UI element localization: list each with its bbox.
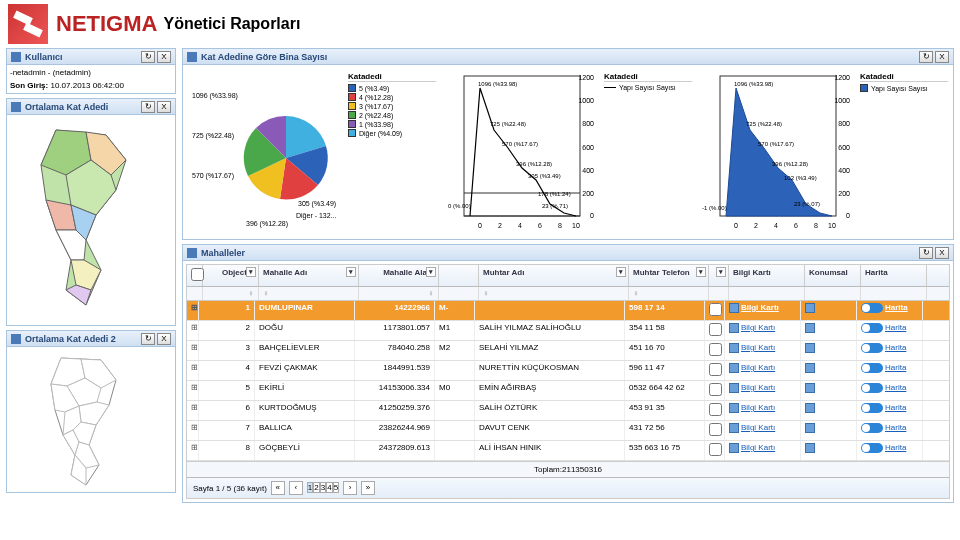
map-link[interactable]: Harita [885,303,908,312]
chevron-down-icon[interactable]: ▾ [716,267,726,277]
filter-objectid[interactable]: ♀ [203,287,259,300]
svg-text:0 (%.00): 0 (%.00) [448,203,471,209]
location-icon[interactable] [805,443,815,453]
chevron-down-icon[interactable]: ▾ [616,267,626,277]
col-konumsal[interactable]: Konumsal [805,265,861,286]
map-link[interactable]: Harita [885,343,906,352]
info-card-link[interactable]: Bilgi Kartı [741,323,775,332]
table-row[interactable]: ⊞5EKİRLİ14153006.334M0EMİN AĞIRBAŞ0532 6… [187,381,949,401]
map-link[interactable]: Harita [885,323,906,332]
map-toggle[interactable] [861,343,883,353]
svg-text:800: 800 [582,120,594,127]
info-card-link[interactable]: Bilgi Kartı [741,423,775,432]
cell-id: 1 [199,301,255,320]
refresh-button[interactable]: ↻ [919,51,933,63]
table-row[interactable]: ⊞2DOĞU1173801.057M1SALİH YILMAZ SALİHOĞL… [187,321,949,341]
row-checkbox[interactable] [709,323,722,336]
info-card-link[interactable]: Bilgi Kartı [741,403,775,412]
row-checkbox[interactable] [709,423,722,436]
close-button[interactable]: X [157,333,171,345]
close-button[interactable]: X [157,51,171,63]
svg-text:0: 0 [734,222,738,229]
map-link[interactable]: Harita [885,423,906,432]
pager-next[interactable]: › [343,481,357,495]
expand-icon[interactable]: ⊞ [187,321,199,340]
refresh-button[interactable]: ↻ [141,333,155,345]
chevron-down-icon[interactable]: ▾ [696,267,706,277]
expand-icon[interactable]: ⊞ [187,301,199,320]
close-button[interactable]: X [935,51,949,63]
location-icon[interactable] [805,363,815,373]
table-row[interactable]: ⊞6KURTDOĞMUŞ41250259.376SALİH ÖZTÜRK453 … [187,401,949,421]
row-checkbox[interactable] [709,343,722,356]
row-checkbox[interactable] [709,383,722,396]
col-mahalle-alani[interactable]: Mahalle Alanı▾ [359,265,439,286]
info-card-link[interactable]: Bilgi Kartı [741,343,775,352]
location-icon[interactable] [805,383,815,393]
filter-tel[interactable]: ♀ [629,287,709,300]
map-toggle[interactable] [861,443,883,453]
pager-last[interactable]: » [361,481,375,495]
pager-page[interactable]: 5 [333,482,339,493]
table-row[interactable]: ⊞4FEVZİ ÇAKMAK1844991.539NURETTİN KÜÇÜKO… [187,361,949,381]
expand-icon[interactable]: ⊞ [187,361,199,380]
col-muhtar-tel[interactable]: Muhtar Telefon▾ [629,265,709,286]
refresh-button[interactable]: ↻ [141,101,155,113]
svg-text:396 (%12.28): 396 (%12.28) [772,161,808,167]
table-row[interactable]: ⊞1DUMLUPINAR14222966M-598 17 14Bilgi Kar… [187,301,949,321]
map-toggle[interactable] [861,323,883,333]
location-icon[interactable] [805,403,815,413]
filter-area[interactable]: ♀ [359,287,439,300]
map-toggle[interactable] [861,363,883,373]
location-icon[interactable] [805,343,815,353]
cell-tel: 451 16 70 [625,341,705,360]
info-card-link[interactable]: Bilgi Kartı [741,363,775,372]
expand-icon[interactable]: ⊞ [187,381,199,400]
map-link[interactable]: Harita [885,403,906,412]
refresh-button[interactable]: ↻ [141,51,155,63]
location-icon[interactable] [805,303,815,313]
close-button[interactable]: X [935,247,949,259]
info-card-link[interactable]: Bilgi Kartı [741,383,775,392]
map-toggle[interactable] [861,303,883,313]
cell-muhtar: SALİH YILMAZ SALİHOĞLU [475,321,625,340]
map-link[interactable]: Harita [885,383,906,392]
expand-icon[interactable]: ⊞ [187,341,199,360]
table-row[interactable]: ⊞7BALLICA23826244.969DAVUT CENK431 72 56… [187,421,949,441]
location-icon[interactable] [805,423,815,433]
col-objectid[interactable]: ObjectId▾ [203,265,259,286]
row-checkbox[interactable] [709,303,722,316]
map-toggle[interactable] [861,403,883,413]
row-checkbox[interactable] [709,403,722,416]
expand-icon[interactable]: ⊞ [187,401,199,420]
location-icon[interactable] [805,323,815,333]
cell-area: 41250259.376 [355,401,435,420]
row-checkbox[interactable] [709,443,722,456]
filter-muhtar[interactable]: ♀ [479,287,629,300]
refresh-button[interactable]: ↻ [919,247,933,259]
col-mahalle-adi[interactable]: Mahalle Adı▾ [259,265,359,286]
expand-icon[interactable]: ⊞ [187,441,199,460]
filter-name[interactable]: ♀ [259,287,359,300]
col-bilgi-karti[interactable]: Bilgi Kartı [729,265,805,286]
chevron-down-icon[interactable]: ▾ [246,267,256,277]
col-muhtar-adi[interactable]: Muhtar Adı▾ [479,265,629,286]
map-toggle[interactable] [861,423,883,433]
chevron-down-icon[interactable]: ▾ [346,267,356,277]
chevron-down-icon[interactable]: ▾ [426,267,436,277]
pager-first[interactable]: « [271,481,285,495]
info-card-link[interactable]: Bilgi Kartı [741,303,779,312]
map-link[interactable]: Harita [885,443,906,452]
pager-page[interactable]: 4 [326,482,332,493]
col-harita[interactable]: Harita [861,265,927,286]
pager-prev[interactable]: ‹ [289,481,303,495]
table-row[interactable]: ⊞8GÖÇBEYLİ24372809.613ALİ İHSAN HINIK535… [187,441,949,461]
info-card-link[interactable]: Bilgi Kartı [741,443,775,452]
close-button[interactable]: X [157,101,171,113]
row-checkbox[interactable] [709,363,722,376]
map-link[interactable]: Harita [885,363,906,372]
table-row[interactable]: ⊞3BAHÇELİEVLER784040.258M2SELAHİ YILMAZ4… [187,341,949,361]
pager-page[interactable]: 2 [313,482,319,493]
map-toggle[interactable] [861,383,883,393]
expand-icon[interactable]: ⊞ [187,421,199,440]
